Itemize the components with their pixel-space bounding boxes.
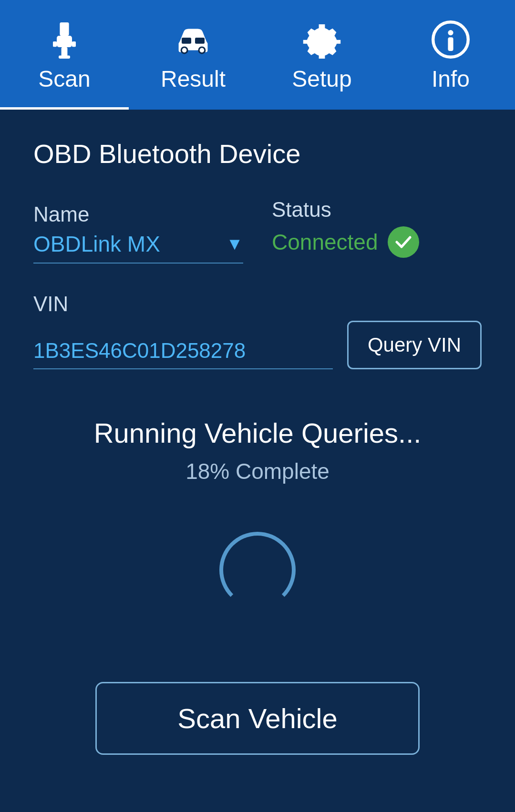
percent-text: 18% Complete (185, 458, 330, 484)
svg-rect-2 (53, 41, 57, 47)
vin-value[interactable]: 1B3ES46C01D258278 (33, 339, 333, 369)
tab-setup[interactable]: Setup (258, 0, 386, 110)
device-name-col: Name OBDLink MX ▼ (33, 203, 243, 264)
running-text: Running Vehicle Queries... (94, 417, 422, 449)
tab-setup-label: Setup (292, 66, 351, 92)
svg-rect-1 (57, 36, 72, 47)
vin-label: VIN (33, 292, 482, 316)
svg-rect-15 (448, 37, 453, 51)
query-vin-button[interactable]: Query VIN (347, 321, 482, 369)
status-label: Status (272, 198, 482, 222)
section-title: OBD Bluetooth Device (33, 138, 482, 169)
device-name-value: OBDLink MX (33, 231, 226, 257)
status-check-icon (388, 226, 419, 258)
svg-rect-0 (60, 22, 69, 36)
vin-input-wrapper: 1B3ES46C01D258278 (33, 339, 333, 369)
name-label: Name (33, 203, 243, 226)
svg-point-14 (448, 30, 453, 35)
tab-scan-label: Scan (38, 66, 90, 92)
tab-result-label: Result (161, 66, 226, 92)
status-wrapper: Connected (272, 226, 482, 264)
tab-info-label: Info (432, 66, 470, 92)
status-message-section: Running Vehicle Queries... 18% Complete (33, 417, 482, 484)
device-row: Name OBDLink MX ▼ Status Connected (33, 198, 482, 264)
svg-point-7 (182, 48, 187, 52)
spinner-wrapper (33, 532, 482, 608)
status-value: Connected (272, 229, 378, 255)
svg-rect-3 (72, 41, 76, 47)
svg-rect-4 (62, 47, 68, 57)
vin-row: 1B3ES46C01D258278 Query VIN (33, 321, 482, 369)
info-icon (429, 18, 472, 61)
svg-point-9 (200, 48, 205, 52)
device-dropdown[interactable]: OBDLink MX ▼ (33, 231, 243, 264)
tab-info[interactable]: Info (386, 0, 515, 110)
scan-vehicle-button-wrapper: Scan Vehicle (95, 682, 420, 755)
dropdown-arrow-icon: ▼ (226, 234, 243, 254)
main-content: OBD Bluetooth Device Name OBDLink MX ▼ S… (0, 110, 515, 637)
vin-section: VIN 1B3ES46C01D258278 Query VIN (33, 292, 482, 369)
scan-icon (43, 18, 86, 61)
scan-vehicle-button[interactable]: Scan Vehicle (95, 682, 420, 755)
tab-scan[interactable]: Scan (0, 0, 129, 110)
svg-rect-11 (195, 38, 205, 44)
loading-spinner (219, 532, 296, 608)
svg-rect-5 (59, 55, 70, 58)
result-icon (172, 18, 215, 61)
tab-bar: Scan Result Setup (0, 0, 515, 110)
tab-result[interactable]: Result (129, 0, 258, 110)
setup-icon (300, 18, 343, 61)
svg-rect-10 (182, 38, 191, 44)
device-status-col: Status Connected (272, 198, 482, 264)
